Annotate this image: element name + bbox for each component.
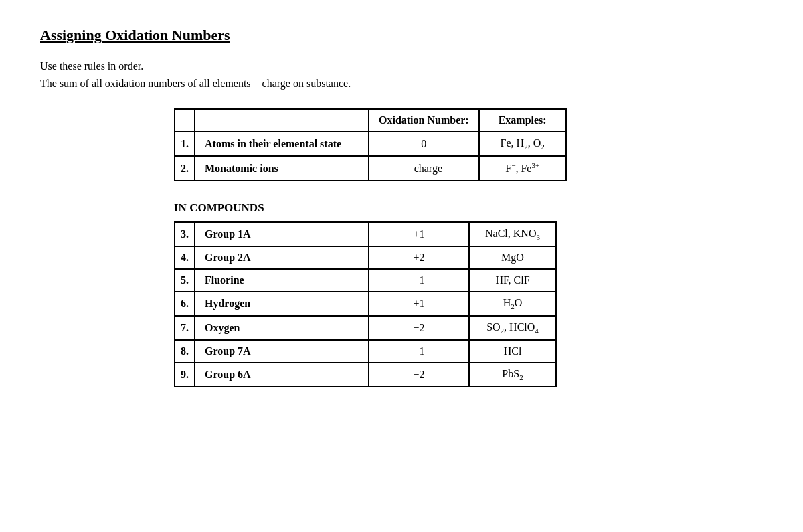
compounds-rules-table: 3. Group 1A +1 NaCl, KNO3 4. Group 2A +2… (174, 221, 557, 388)
rule-text-2: Monatomic ions (195, 156, 369, 180)
rule-text-5: Fluorine (195, 269, 369, 292)
examples-1: Fe, H2, O2 (479, 132, 566, 156)
rule-text-8: Group 7A (195, 340, 369, 363)
col-header-examples: Examples: (479, 109, 566, 132)
table-row: 4. Group 2A +2 MgO (175, 246, 556, 269)
in-compounds-section: IN COMPOUNDS 3. Group 1A +1 NaCl, KNO3 4… (174, 201, 763, 388)
examples-9: PbS2 (469, 363, 556, 387)
examples-7: SO2, HClO4 (469, 316, 556, 340)
rule-number-6: 6. (175, 292, 195, 316)
oxidation-3: +1 (369, 222, 469, 246)
rule-number-4: 4. (175, 246, 195, 269)
examples-5: HF, ClF (469, 269, 556, 292)
rule-number-5: 5. (175, 269, 195, 292)
oxidation-8: −1 (369, 340, 469, 363)
table-row: 7. Oxygen −2 SO2, HClO4 (175, 316, 556, 340)
table-row: 6. Hydrogen +1 H2O (175, 292, 556, 316)
oxidation-4: +2 (369, 246, 469, 269)
page-title: Assigning Oxidation Numbers (40, 27, 763, 44)
intro-line1: Use these rules in order. (40, 58, 763, 75)
top-table-container: Oxidation Number: Examples: 1. Atoms in … (174, 108, 763, 181)
table-row: 3. Group 1A +1 NaCl, KNO3 (175, 222, 556, 246)
rule-text-1: Atoms in their elemental state (195, 132, 369, 156)
oxidation-7: −2 (369, 316, 469, 340)
rule-number-9: 9. (175, 363, 195, 387)
in-compounds-label: IN COMPOUNDS (174, 201, 763, 215)
rule-text-3: Group 1A (195, 222, 369, 246)
examples-3: NaCl, KNO3 (469, 222, 556, 246)
table-row: 8. Group 7A −1 HCl (175, 340, 556, 363)
rule-text-9: Group 6A (195, 363, 369, 387)
examples-6: H2O (469, 292, 556, 316)
oxidation-6: +1 (369, 292, 469, 316)
rule-number-8: 8. (175, 340, 195, 363)
table-row: 9. Group 6A −2 PbS2 (175, 363, 556, 387)
rule-number-7: 7. (175, 316, 195, 340)
top-rules-table: Oxidation Number: Examples: 1. Atoms in … (174, 108, 567, 181)
rule-text-7: Oxygen (195, 316, 369, 340)
oxidation-1: 0 (369, 132, 479, 156)
examples-2: F−, Fe3+ (479, 156, 566, 180)
examples-4: MgO (469, 246, 556, 269)
rule-number-3: 3. (175, 222, 195, 246)
col-header-empty2 (195, 109, 369, 132)
intro-line2: The sum of all oxidation numbers of all … (40, 75, 763, 92)
rule-text-6: Hydrogen (195, 292, 369, 316)
col-header-oxidation: Oxidation Number: (369, 109, 479, 132)
oxidation-9: −2 (369, 363, 469, 387)
examples-8: HCl (469, 340, 556, 363)
rule-text-4: Group 2A (195, 246, 369, 269)
table-row: 5. Fluorine −1 HF, ClF (175, 269, 556, 292)
rule-number-2: 2. (175, 156, 195, 180)
rule-number-1: 1. (175, 132, 195, 156)
table-row: 1. Atoms in their elemental state 0 Fe, … (175, 132, 566, 156)
oxidation-2: = charge (369, 156, 479, 180)
oxidation-5: −1 (369, 269, 469, 292)
table-header-row: Oxidation Number: Examples: (175, 109, 566, 132)
intro-section: Use these rules in order. The sum of all… (40, 58, 763, 92)
table-row: 2. Monatomic ions = charge F−, Fe3+ (175, 156, 566, 180)
col-header-empty1 (175, 109, 195, 132)
